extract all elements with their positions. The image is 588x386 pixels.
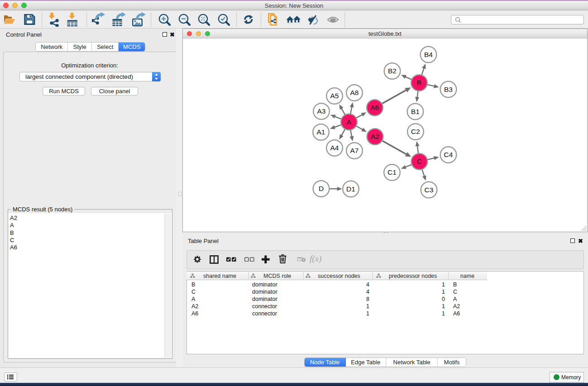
svg-text:A2: A2 bbox=[371, 133, 379, 140]
svg-text:B3: B3 bbox=[444, 86, 453, 93]
svg-text:B2: B2 bbox=[388, 67, 397, 75]
svg-text:D: D bbox=[319, 185, 324, 192]
svg-text:A3: A3 bbox=[317, 107, 326, 115]
svg-text:A8: A8 bbox=[350, 89, 359, 96]
svg-text:A: A bbox=[347, 118, 352, 126]
svg-text:A7: A7 bbox=[350, 147, 359, 154]
svg-text:C4: C4 bbox=[444, 151, 453, 158]
svg-text:A6: A6 bbox=[371, 104, 379, 111]
svg-text:B4: B4 bbox=[424, 51, 433, 58]
svg-text:A1: A1 bbox=[317, 128, 325, 136]
svg-text:C1: C1 bbox=[387, 168, 397, 176]
svg-text:A5: A5 bbox=[330, 92, 339, 100]
svg-text:C: C bbox=[417, 157, 422, 165]
svg-text:B1: B1 bbox=[411, 108, 420, 115]
svg-text:A4: A4 bbox=[330, 144, 339, 152]
svg-text:B: B bbox=[417, 79, 421, 86]
svg-text:C2: C2 bbox=[411, 128, 420, 135]
svg-text:C3: C3 bbox=[425, 186, 434, 194]
svg-text:D1: D1 bbox=[346, 185, 355, 193]
